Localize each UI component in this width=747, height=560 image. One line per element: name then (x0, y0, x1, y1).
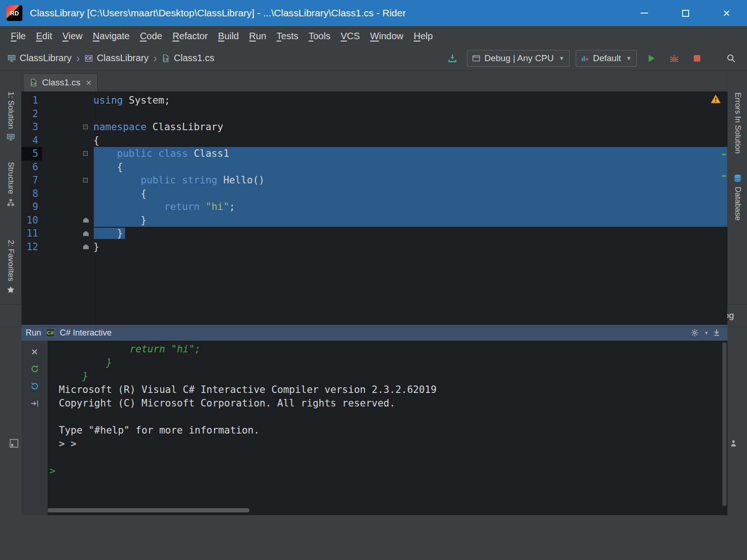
fold-marker (83, 187, 93, 201)
stop-button[interactable] (689, 50, 705, 67)
highlighting-level-icon[interactable] (729, 439, 738, 448)
fold-marker[interactable] (83, 174, 93, 187)
gutter[interactable] (42, 240, 83, 254)
editor-tab-class1[interactable]: C# Class1.cs × (23, 73, 98, 91)
code-line[interactable]: 9 return "hi"; (21, 200, 727, 214)
maximize-button[interactable] (665, 0, 706, 26)
svg-text:C#: C# (31, 82, 36, 86)
search-icon (726, 53, 736, 63)
close-tab-icon[interactable]: × (86, 78, 92, 87)
tool-window-button-1-solution[interactable]: 1: Solution (6, 91, 15, 141)
line-number[interactable]: 10 (21, 214, 42, 227)
left-tool-stripe: 1: SolutionStructure 2: Favorites (0, 71, 21, 304)
fold-marker[interactable] (83, 120, 93, 134)
play-icon (646, 53, 656, 63)
line-number[interactable]: 7 (21, 174, 42, 187)
code-line[interactable]: 2 (21, 107, 727, 121)
gutter[interactable] (42, 147, 83, 161)
gutter[interactable] (42, 214, 83, 227)
attach-to-process-button[interactable] (444, 50, 461, 67)
menu-view[interactable]: View (57, 29, 88, 43)
gutter[interactable] (42, 161, 83, 174)
code-line[interactable]: 1using System; (21, 94, 727, 107)
gutter[interactable] (42, 94, 83, 107)
menu-window[interactable]: Window (365, 29, 409, 43)
console-line: Copyright (C) Microsoft Corporation. All… (59, 397, 727, 410)
tool-window-button-database[interactable]: Database (733, 174, 742, 221)
code-line[interactable]: 3namespace ClassLibrary (21, 120, 727, 134)
horizontal-scrollbar[interactable] (48, 508, 249, 512)
console-line[interactable]: > (49, 464, 727, 478)
menu-refactor[interactable]: Refactor (167, 29, 213, 43)
menu-file[interactable]: File (6, 29, 31, 43)
gutter[interactable] (42, 200, 83, 214)
line-number[interactable]: 12 (21, 240, 42, 254)
menu-build[interactable]: Build (213, 29, 244, 43)
console-output[interactable]: return "hi"; } }Microsoft (R) Visual C# … (48, 341, 727, 515)
line-number[interactable]: 3 (21, 120, 42, 134)
gutter[interactable] (42, 107, 83, 121)
code-line[interactable]: 5 public class Class1 (21, 147, 727, 161)
line-number[interactable]: 6 (21, 161, 42, 174)
code-line[interactable]: 8 { (21, 187, 727, 201)
tool-window-button-structure[interactable]: Structure (6, 162, 15, 207)
tool-window-button-2-favorites[interactable]: 2: Favorites (6, 240, 15, 294)
code-line[interactable]: 7 public string Hello() (21, 174, 727, 187)
line-number[interactable]: 2 (21, 107, 42, 121)
editor-tab-label: Class1.cs (42, 77, 80, 88)
gutter[interactable] (42, 174, 83, 187)
run-configuration-select[interactable]: Debug | Any CPU ▼ (467, 50, 569, 67)
rerun-icon[interactable] (30, 364, 39, 373)
send-to-interactive-icon[interactable] (30, 399, 39, 408)
code-line[interactable]: 10 } (21, 214, 727, 227)
debug-button[interactable] (666, 50, 683, 67)
line-number[interactable]: 9 (21, 200, 42, 214)
inspection-warning-icon[interactable] (711, 94, 721, 104)
fold-marker[interactable] (83, 147, 93, 161)
fold-marker[interactable] (83, 240, 93, 254)
minimize-button[interactable] (624, 0, 665, 26)
inspection-mark (722, 154, 726, 155)
toggle-tool-windows-icon[interactable] (9, 439, 19, 448)
gutter[interactable] (42, 120, 83, 134)
close-icon[interactable] (30, 348, 39, 356)
line-number[interactable]: 5 (21, 147, 42, 161)
line-number[interactable]: 1 (21, 94, 42, 107)
vertical-scrollbar[interactable] (722, 343, 726, 506)
close-button[interactable]: × (706, 0, 747, 26)
code-editor[interactable]: 1using System;23namespace ClassLibrary4{… (21, 91, 727, 325)
fold-marker[interactable] (83, 227, 93, 240)
line-number[interactable]: 11 (21, 227, 42, 240)
gutter[interactable] (42, 227, 83, 240)
menu-navigate[interactable]: Navigate (88, 29, 135, 43)
menu-vcs[interactable]: VCS (336, 29, 365, 43)
menu-edit[interactable]: Edit (31, 29, 57, 43)
gutter[interactable] (42, 134, 83, 147)
restart-icon[interactable] (30, 382, 39, 391)
menu-help[interactable]: Help (409, 29, 438, 43)
run-button[interactable] (643, 50, 660, 67)
search-everywhere-button[interactable] (723, 50, 740, 67)
menu-run[interactable]: Run (244, 29, 272, 43)
build-configuration-select[interactable]: Default ▼ (576, 50, 637, 67)
breadcrumb-class1-cs[interactable]: C#Class1.cs (162, 53, 214, 63)
code-line[interactable]: 6 { (21, 161, 727, 174)
menu-tools[interactable]: Tools (303, 29, 336, 43)
fold-marker[interactable] (83, 214, 93, 227)
menu-tests[interactable]: Tests (271, 29, 303, 43)
svg-text:C#: C# (163, 57, 169, 61)
tool-window-button-errors-in-solution[interactable]: Errors In Solution (733, 92, 742, 154)
console-line: Microsoft (R) Visual C# Interactive Comp… (59, 383, 727, 397)
menu-code[interactable]: Code (135, 29, 168, 43)
fold-marker (83, 200, 93, 214)
line-number[interactable]: 4 (21, 134, 42, 147)
code-line[interactable]: 12} (21, 240, 727, 254)
gutter[interactable] (42, 187, 83, 201)
csharp-file-icon: C# (29, 78, 38, 87)
breadcrumb-classlibrary[interactable]: ClassLibrary (7, 53, 71, 63)
breadcrumb-classlibrary[interactable]: C#ClassLibrary (85, 53, 148, 63)
solution-icon (7, 133, 15, 141)
line-number[interactable]: 8 (21, 187, 42, 201)
code-line[interactable]: 11 } (21, 227, 727, 240)
code-line[interactable]: 4{ (21, 134, 727, 147)
